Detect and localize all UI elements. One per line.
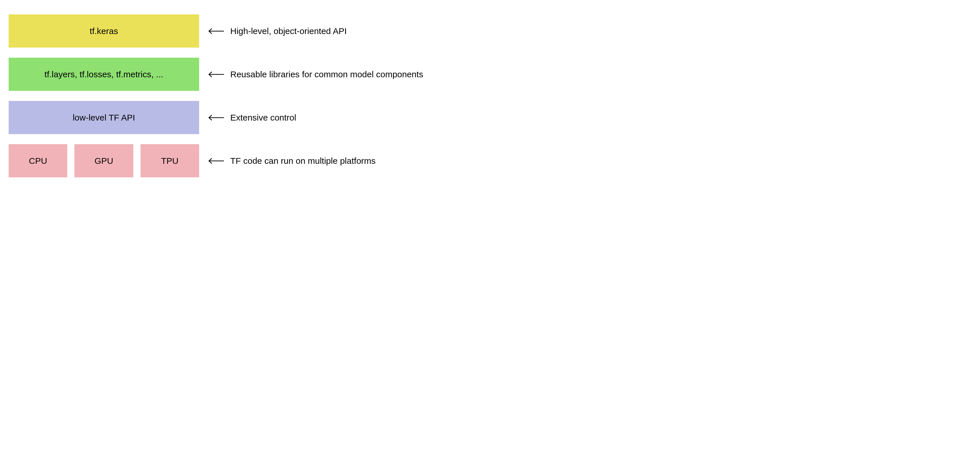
annotation-lowlevel: Extensive control xyxy=(208,113,296,122)
layer-label: tf.keras xyxy=(90,26,118,36)
annotation-keras: High-level, object-oriented API xyxy=(208,26,347,36)
platform-label: TPU xyxy=(161,156,178,166)
layer-label: tf.layers, tf.losses, tf.metrics, ... xyxy=(45,70,163,79)
platform-label: GPU xyxy=(94,156,113,166)
annotation-libs: Reusable libraries for common model comp… xyxy=(208,70,423,79)
arrow-left-icon xyxy=(208,28,224,35)
annotation-platforms: TF code can run on multiple platforms xyxy=(208,156,376,166)
layer-row-libs: tf.layers, tf.losses, tf.metrics, ... Re… xyxy=(9,58,442,91)
arrow-left-icon xyxy=(208,114,224,121)
arrow-left-icon xyxy=(208,157,224,164)
layer-row-platforms: CPU GPU TPU TF code can run on multiple … xyxy=(9,144,442,177)
tf-architecture-diagram: tf.keras High-level, object-oriented API… xyxy=(9,14,442,177)
arrow-left-icon xyxy=(208,71,224,78)
layer-block-libs: tf.layers, tf.losses, tf.metrics, ... xyxy=(9,58,199,91)
annotation-text: Reusable libraries for common model comp… xyxy=(230,70,423,79)
platform-block-tpu: TPU xyxy=(140,144,199,177)
annotation-text: High-level, object-oriented API xyxy=(230,26,347,36)
layer-row-lowlevel: low-level TF API Extensive control xyxy=(9,101,442,134)
layer-block-keras: tf.keras xyxy=(9,14,199,48)
platform-block-cpu: CPU xyxy=(9,144,67,177)
layer-row-keras: tf.keras High-level, object-oriented API xyxy=(9,14,442,48)
platforms-group: CPU GPU TPU xyxy=(9,144,199,177)
annotation-text: TF code can run on multiple platforms xyxy=(230,156,376,166)
layer-block-lowlevel: low-level TF API xyxy=(9,101,199,134)
layer-label: low-level TF API xyxy=(73,113,135,122)
platform-block-gpu: GPU xyxy=(75,144,133,177)
annotation-text: Extensive control xyxy=(230,113,296,122)
platform-label: CPU xyxy=(29,156,47,166)
